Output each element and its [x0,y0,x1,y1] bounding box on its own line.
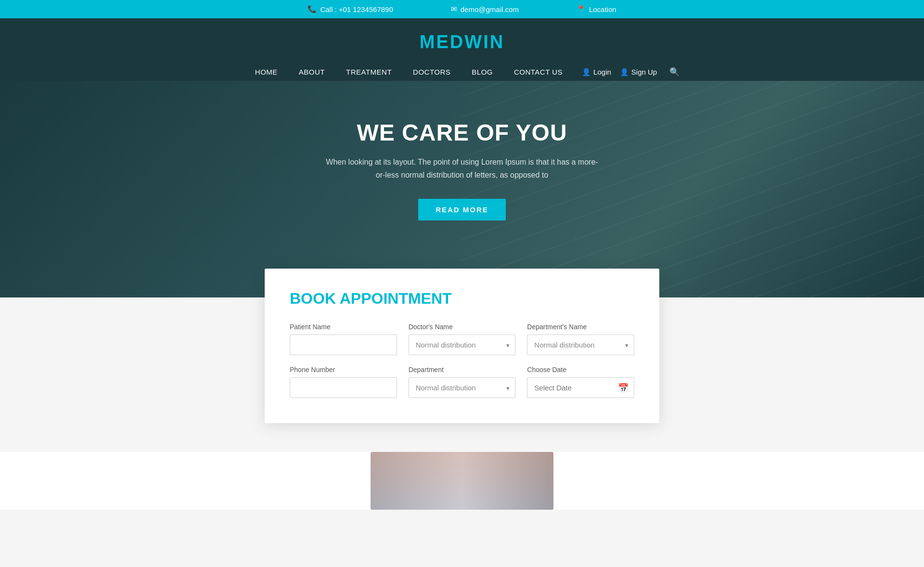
bottom-image [371,452,553,510]
appointment-title: BOOK APPOINTMENT [290,290,634,308]
phone-text: Call : +01 1234567890 [320,5,393,13]
date-wrap: 📅 [527,377,634,398]
department-name-select[interactable]: Normal distribution Option 1 Option 2 [527,335,634,355]
search-icon[interactable]: 🔍 [669,67,680,77]
department-group: Department Normal distribution Option 1 … [409,366,516,398]
phone-number-group: Phone Number [290,366,397,398]
doctors-name-select-wrap: Normal distribution Option 1 Option 2 ▾ [409,335,516,355]
calendar-icon[interactable]: 📅 [618,383,629,393]
bottom-strip [0,452,924,510]
phone-number-label: Phone Number [290,366,397,374]
nav-auth: 👤 Login 👤 Sign Up 🔍 [582,67,680,77]
location-text: Location [589,5,616,13]
patient-name-group: Patient Name [290,323,397,355]
phone-number-input[interactable] [290,377,397,398]
signup-button[interactable]: 👤 Sign Up [620,68,657,77]
doctors-name-group: Doctor's Name Normal distribution Option… [409,323,516,355]
brand-logo[interactable]: MEDWIN [420,32,504,52]
hero-title: WE CARE OF YOU [357,119,567,146]
topbar-location: 📍 Location [577,5,616,13]
user-icon: 👤 [582,68,591,77]
department-select[interactable]: Normal distribution Option 1 Option 2 [409,377,516,398]
choose-date-group: Choose Date 📅 [527,366,634,398]
phone-icon: 📞 [308,5,317,13]
department-name-group: Department's Name Normal distribution Op… [527,323,634,355]
hero-section: WE CARE OF YOU When looking at its layou… [0,81,924,297]
hero-subtitle: When looking at its layout. The point of… [322,155,602,181]
nav-treatment[interactable]: TREATMENT [335,63,402,81]
department-name-select-wrap: Normal distribution Option 1 Option 2 ▾ [527,335,634,355]
patient-name-input[interactable] [290,335,397,355]
appointment-form: Patient Name Doctor's Name Normal distri… [290,323,634,398]
nav-contact[interactable]: CONTACT US [503,63,573,81]
white-section [0,452,924,510]
user-icon-2: 👤 [620,68,629,77]
appointment-section: BOOK APPOINTMENT Patient Name Doctor's N… [0,269,924,452]
topbar: 📞 Call : +01 1234567890 ✉ demo@gmail.com… [0,0,924,18]
nav-doctors[interactable]: DOCTORS [402,63,461,81]
doctors-name-select[interactable]: Normal distribution Option 1 Option 2 [409,335,516,355]
patient-name-label: Patient Name [290,323,397,331]
location-icon: 📍 [577,5,586,13]
navbar: MEDWIN HOME ABOUT TREATMENT DOCTORS BLOG… [0,18,924,81]
doctors-name-label: Doctor's Name [409,323,516,331]
appointment-card: BOOK APPOINTMENT Patient Name Doctor's N… [265,269,659,423]
nav-home[interactable]: HOME [244,63,288,81]
choose-date-label: Choose Date [527,366,634,374]
nav-about[interactable]: ABOUT [288,63,335,81]
nav-blog[interactable]: BLOG [461,63,503,81]
department-name-label: Department's Name [527,323,634,331]
department-label: Department [409,366,516,374]
login-button[interactable]: 👤 Login [582,68,611,77]
topbar-email: ✉ demo@gmail.com [451,5,519,13]
read-more-button[interactable]: READ MORE [418,199,506,220]
email-icon: ✉ [451,5,457,13]
topbar-phone: 📞 Call : +01 1234567890 [308,5,393,13]
department-select-wrap: Normal distribution Option 1 Option 2 ▾ [409,377,516,398]
nav-links: HOME ABOUT TREATMENT DOCTORS BLOG CONTAC… [244,63,680,81]
email-text: demo@gmail.com [461,5,519,13]
